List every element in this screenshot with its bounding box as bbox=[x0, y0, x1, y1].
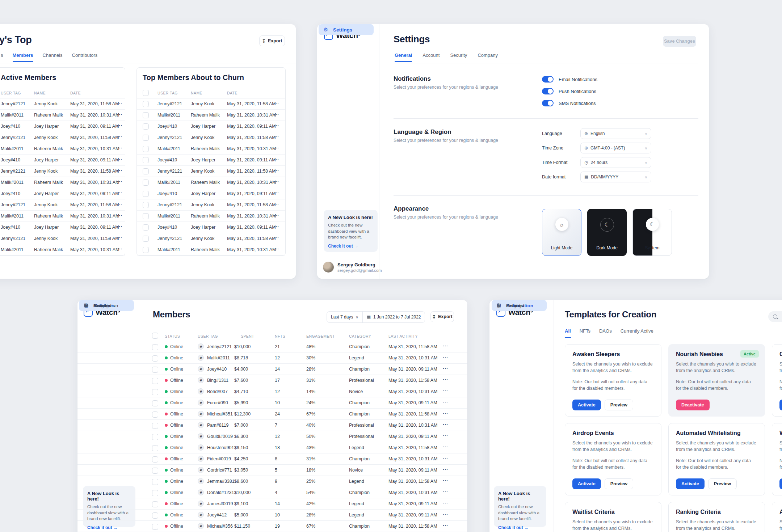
tab[interactable]: Contributors bbox=[72, 52, 98, 62]
row-checkbox[interactable] bbox=[143, 157, 149, 163]
search-button[interactable] bbox=[768, 311, 782, 322]
row-checkbox[interactable] bbox=[152, 389, 158, 395]
more-icon[interactable]: ··· bbox=[117, 112, 123, 117]
more-icon[interactable]: ··· bbox=[443, 489, 449, 494]
activate-button[interactable]: Activate bbox=[572, 400, 601, 410]
more-icon[interactable]: ··· bbox=[117, 179, 123, 184]
activate-button[interactable]: Activate bbox=[676, 478, 705, 489]
export-button[interactable]: ↧ Export bbox=[430, 311, 454, 322]
tab[interactable]: Account bbox=[422, 52, 440, 62]
more-icon[interactable]: ··· bbox=[443, 478, 449, 483]
more-icon[interactable]: ··· bbox=[274, 213, 279, 218]
row-checkbox[interactable] bbox=[152, 445, 158, 451]
row-checkbox[interactable] bbox=[143, 202, 149, 208]
more-icon[interactable]: ··· bbox=[443, 501, 449, 506]
tab[interactable]: General bbox=[395, 52, 412, 62]
more-icon[interactable]: ··· bbox=[274, 101, 279, 106]
select-dropdown[interactable]: ⊕ English ∨ bbox=[580, 128, 651, 139]
more-icon[interactable]: ··· bbox=[274, 246, 279, 252]
row-checkbox[interactable] bbox=[152, 512, 158, 519]
row-checkbox[interactable] bbox=[152, 456, 158, 463]
activate-button[interactable]: Deactivate bbox=[676, 400, 710, 410]
more-icon[interactable]: ··· bbox=[443, 523, 449, 528]
more-icon[interactable]: ··· bbox=[117, 123, 123, 128]
row-checkbox[interactable] bbox=[143, 180, 149, 186]
more-icon[interactable]: ··· bbox=[117, 145, 123, 151]
preview-button[interactable]: Preview bbox=[708, 478, 737, 489]
tab[interactable]: NFTs bbox=[580, 328, 590, 338]
more-icon[interactable]: ··· bbox=[443, 433, 449, 438]
row-checkbox[interactable] bbox=[143, 213, 149, 219]
row-checkbox[interactable] bbox=[143, 224, 149, 231]
appearance-mode-card[interactable]: ☾ System bbox=[632, 209, 672, 256]
tab[interactable]: Currently Active bbox=[621, 328, 653, 338]
more-icon[interactable]: ··· bbox=[274, 134, 279, 139]
preview-button[interactable]: Preview bbox=[605, 400, 633, 410]
date-range-dropdown[interactable]: Last 7 days ∨ bbox=[327, 312, 362, 322]
toggle-switch[interactable] bbox=[542, 100, 554, 106]
activate-button[interactable]: Activate bbox=[779, 400, 782, 410]
more-icon[interactable]: ··· bbox=[117, 134, 123, 139]
sidebar-item[interactable]: ⚙ Settings bbox=[319, 24, 374, 35]
more-icon[interactable]: ··· bbox=[443, 411, 449, 416]
more-icon[interactable]: ··· bbox=[274, 224, 279, 229]
activate-button[interactable]: Activate bbox=[779, 478, 782, 489]
more-icon[interactable]: ··· bbox=[117, 224, 123, 229]
row-checkbox[interactable] bbox=[143, 101, 149, 107]
more-icon[interactable]: ··· bbox=[117, 235, 123, 240]
more-icon[interactable]: ··· bbox=[274, 145, 279, 151]
more-icon[interactable]: ··· bbox=[443, 444, 449, 449]
row-checkbox[interactable] bbox=[152, 423, 158, 429]
more-icon[interactable]: ··· bbox=[274, 179, 279, 184]
more-icon[interactable]: ··· bbox=[443, 422, 449, 427]
more-icon[interactable]: ··· bbox=[274, 202, 279, 207]
row-checkbox[interactable] bbox=[152, 468, 158, 474]
sidebar-item[interactable]: ⚙ Settings bbox=[492, 300, 547, 311]
row-checkbox[interactable] bbox=[152, 367, 158, 373]
row-checkbox[interactable] bbox=[152, 378, 158, 384]
activate-button[interactable]: Activate bbox=[572, 478, 601, 489]
select-all-checkbox[interactable] bbox=[152, 333, 158, 339]
row-checkbox[interactable] bbox=[143, 146, 149, 152]
tab[interactable]: Members bbox=[13, 52, 33, 62]
row-checkbox[interactable] bbox=[152, 411, 158, 418]
more-icon[interactable]: ··· bbox=[443, 456, 449, 461]
tab[interactable]: Security bbox=[450, 52, 467, 62]
more-icon[interactable]: ··· bbox=[274, 235, 279, 240]
row-checkbox[interactable] bbox=[143, 112, 149, 118]
export-button[interactable]: ↧ Export bbox=[259, 35, 285, 46]
more-icon[interactable]: ··· bbox=[117, 202, 123, 207]
more-icon[interactable]: ··· bbox=[274, 190, 279, 195]
row-checkbox[interactable] bbox=[152, 434, 158, 440]
preview-button[interactable]: Preview bbox=[605, 478, 633, 489]
toggle-switch[interactable] bbox=[542, 88, 554, 94]
row-checkbox[interactable] bbox=[143, 135, 149, 141]
more-icon[interactable]: ··· bbox=[117, 157, 123, 162]
more-icon[interactable]: ··· bbox=[443, 400, 449, 405]
row-checkbox[interactable] bbox=[143, 191, 149, 197]
more-icon[interactable]: ··· bbox=[443, 467, 449, 472]
more-icon[interactable]: ··· bbox=[443, 388, 449, 393]
more-icon[interactable]: ··· bbox=[117, 246, 123, 252]
check-it-out-link[interactable]: Check it out → bbox=[328, 244, 373, 249]
more-icon[interactable]: ··· bbox=[443, 377, 449, 382]
row-checkbox[interactable] bbox=[152, 490, 158, 496]
more-icon[interactable]: ··· bbox=[274, 112, 279, 117]
tab[interactable]: s bbox=[1, 52, 3, 62]
sidebar-item[interactable]: ⚙ Settings bbox=[79, 300, 134, 311]
row-checkbox[interactable] bbox=[152, 400, 158, 406]
more-icon[interactable]: ··· bbox=[443, 343, 449, 349]
more-icon[interactable]: ··· bbox=[274, 157, 279, 162]
tab[interactable]: DAOs bbox=[599, 328, 612, 338]
tab[interactable]: All bbox=[565, 328, 571, 338]
select-all-checkbox[interactable] bbox=[143, 90, 149, 96]
tab[interactable]: Company bbox=[478, 52, 498, 62]
save-changes-button[interactable]: Save Changes bbox=[663, 36, 696, 47]
row-checkbox[interactable] bbox=[152, 355, 158, 362]
tab[interactable]: Channels bbox=[43, 52, 63, 62]
check-it-out-link[interactable]: Check it out → bbox=[498, 525, 542, 530]
appearance-mode-card[interactable]: ☼ Light Mode bbox=[542, 209, 581, 256]
user-info[interactable]: Sergey Goldberg sergey.gold@gmail.com bbox=[323, 262, 382, 273]
row-checkbox[interactable] bbox=[152, 524, 158, 530]
date-range-picker[interactable]: ▦ 1 Jun 2022 to 7 Jul 2022 bbox=[363, 312, 425, 322]
